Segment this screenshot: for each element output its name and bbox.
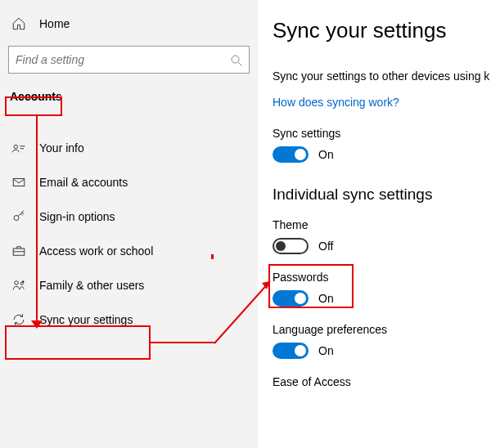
toggle-state: On — [318, 344, 334, 357]
nav-label: Sync your settings — [39, 313, 133, 326]
briefcase-icon — [11, 244, 26, 258]
svg-point-0 — [232, 56, 239, 63]
mail-icon — [11, 175, 26, 190]
search-input[interactable] — [16, 53, 229, 66]
sync-description: Sync your settings to other devices usin… — [273, 69, 491, 83]
svg-point-2 — [14, 145, 18, 149]
language-label: Language preferences — [273, 323, 491, 336]
nav-item-sync[interactable]: Sync your settings — [0, 302, 258, 337]
search-input-container[interactable] — [8, 46, 250, 74]
language-block: Language preferences On — [273, 323, 491, 359]
theme-label: Theme — [273, 218, 491, 231]
nav-item-your-info[interactable]: Your info — [0, 131, 258, 165]
person-card-icon — [11, 141, 26, 155]
search-icon — [229, 53, 242, 66]
nav-item-email[interactable]: Email & accounts — [0, 165, 258, 199]
sync-master-block: Sync settings On — [273, 127, 491, 163]
passwords-toggle[interactable] — [273, 290, 309, 307]
ease-label: Ease of Access — [273, 375, 491, 388]
toggle-state: On — [318, 292, 334, 305]
nav-label: Family & other users — [39, 279, 144, 292]
key-icon — [11, 209, 26, 224]
page-title: Sync your settings — [273, 18, 491, 43]
toggle-state: Off — [318, 240, 333, 253]
nav-item-family[interactable]: Family & other users — [0, 268, 258, 302]
individual-sync-heading: Individual sync settings — [273, 186, 491, 204]
svg-point-9 — [15, 281, 19, 285]
sync-settings-label: Sync settings — [273, 127, 491, 140]
svg-point-6 — [14, 216, 19, 221]
toggle-state: On — [318, 148, 334, 161]
passwords-block: Passwords On — [273, 271, 491, 307]
ease-block: Ease of Access — [273, 375, 491, 388]
nav-label: Your info — [39, 141, 84, 155]
home-label: Home — [39, 17, 70, 30]
sync-icon — [11, 312, 26, 327]
nav-label: Sign-in options — [39, 210, 115, 223]
language-toggle[interactable] — [273, 343, 309, 359]
nav-item-signin[interactable]: Sign-in options — [0, 199, 258, 234]
nav-label: Email & accounts — [39, 176, 128, 189]
main-panel: Sync your settings Sync your settings to… — [258, 0, 491, 448]
theme-block: Theme Off — [273, 218, 491, 254]
svg-line-1 — [238, 62, 242, 66]
home-icon — [11, 16, 26, 31]
home-nav[interactable]: Home — [0, 10, 258, 38]
nav-list: Your info Email & accounts Sign-in optio… — [0, 131, 258, 337]
nav-item-work[interactable]: Access work or school — [0, 234, 258, 268]
sidebar: Home Accounts Your info Email & accounts — [0, 0, 258, 448]
svg-rect-5 — [13, 179, 25, 186]
passwords-label: Passwords — [273, 271, 491, 284]
people-icon — [11, 278, 26, 293]
nav-label: Access work or school — [39, 244, 153, 258]
category-heading: Accounts — [0, 85, 72, 108]
sync-settings-toggle[interactable] — [273, 146, 309, 163]
theme-toggle[interactable] — [273, 238, 309, 254]
sync-help-link[interactable]: How does syncing work? — [273, 96, 399, 109]
